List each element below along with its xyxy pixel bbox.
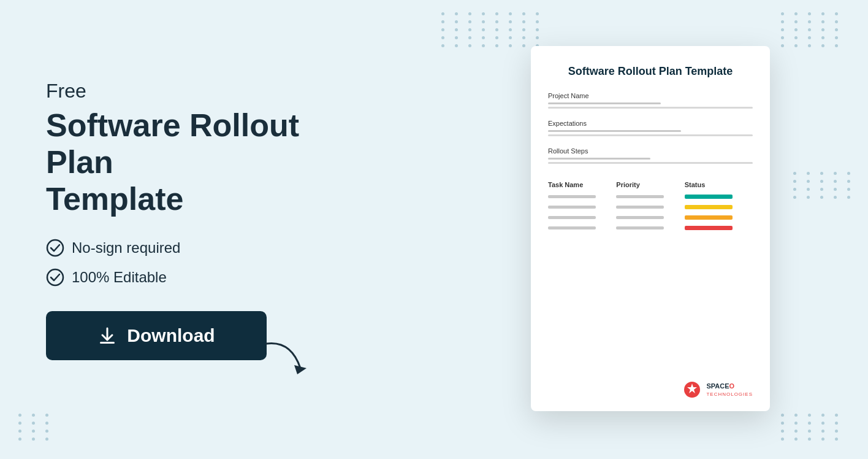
logo-suffix: O: [729, 382, 735, 390]
status-bar-2: [685, 205, 733, 209]
spaceo-logo-icon: [683, 380, 701, 399]
title-line1: Software Rollout Plan: [46, 107, 299, 180]
expectations-line1: [548, 130, 681, 132]
arrow-decoration: [261, 338, 310, 383]
doc-logo: SPACEO TECHNOLOGIES: [548, 380, 753, 399]
col-priority: Priority: [616, 181, 684, 188]
task-bar-4: [548, 226, 596, 230]
feature-editable-text: 100% Editable: [72, 269, 167, 286]
feature-no-sign: No-sign required: [46, 239, 365, 257]
rollout-steps-line2: [548, 162, 753, 164]
title-line2: Template: [46, 181, 183, 217]
expectations-line2: [548, 134, 753, 136]
col-task-name: Task Name: [548, 181, 616, 188]
dots-top-right: [781, 12, 843, 47]
rollout-steps-label: Rollout Steps: [548, 147, 753, 155]
priority-bar-1: [616, 195, 664, 198]
main-title: Software Rollout Plan Template: [46, 107, 365, 217]
expectations-label: Expectations: [548, 120, 753, 127]
check-icon-editable: [46, 268, 64, 287]
rollout-steps-line1: [548, 158, 650, 160]
status-bar-4: [685, 226, 733, 230]
priority-bar-4: [616, 226, 664, 230]
priority-bar-3: [616, 216, 664, 219]
task-bar-2: [548, 206, 596, 209]
task-bar-1: [548, 195, 596, 198]
document-title: Software Rollout Plan Template: [548, 64, 753, 79]
svg-point-0: [47, 240, 63, 256]
document-card: Software Rollout Plan Template Project N…: [531, 46, 770, 411]
dots-middle-right: [793, 172, 856, 199]
project-name-line2: [548, 107, 753, 109]
table-row: [548, 195, 753, 199]
doc-table-header: Task Name Priority Status: [548, 181, 753, 188]
doc-section-rollout-steps: Rollout Steps: [548, 147, 753, 164]
download-icon: [97, 326, 117, 345]
status-bar-1: [685, 195, 733, 199]
table-row: [548, 205, 753, 209]
free-label: Free: [46, 80, 365, 102]
dots-bottom-left: [18, 414, 54, 441]
check-icon-no-sign: [46, 239, 64, 257]
table-row: [548, 226, 753, 230]
feature-no-sign-text: No-sign required: [72, 239, 180, 256]
company-name-text: SPACEO TECHNOLOGIES: [706, 382, 753, 398]
dots-top-center: [441, 12, 544, 47]
project-name-label: Project Name: [548, 92, 753, 99]
download-label: Download: [127, 325, 215, 346]
feature-editable: 100% Editable: [46, 268, 365, 287]
doc-table: Task Name Priority Status: [548, 181, 753, 373]
dots-bottom-right: [781, 414, 843, 441]
features-list: No-sign required 100% Editable: [46, 239, 365, 287]
task-bar-3: [548, 216, 596, 219]
priority-bar-2: [616, 206, 664, 209]
table-row: [548, 215, 753, 220]
status-bar-3: [685, 215, 733, 220]
project-name-line1: [548, 102, 661, 104]
doc-section-project-name: Project Name: [548, 92, 753, 109]
svg-point-1: [47, 269, 63, 285]
col-status: Status: [685, 181, 753, 188]
logo-sub: TECHNOLOGIES: [706, 392, 753, 397]
left-content: Free Software Rollout Plan Template No-s…: [46, 80, 365, 360]
svg-rect-3: [100, 342, 115, 344]
download-button[interactable]: Download: [46, 311, 267, 360]
doc-section-expectations: Expectations: [548, 120, 753, 136]
